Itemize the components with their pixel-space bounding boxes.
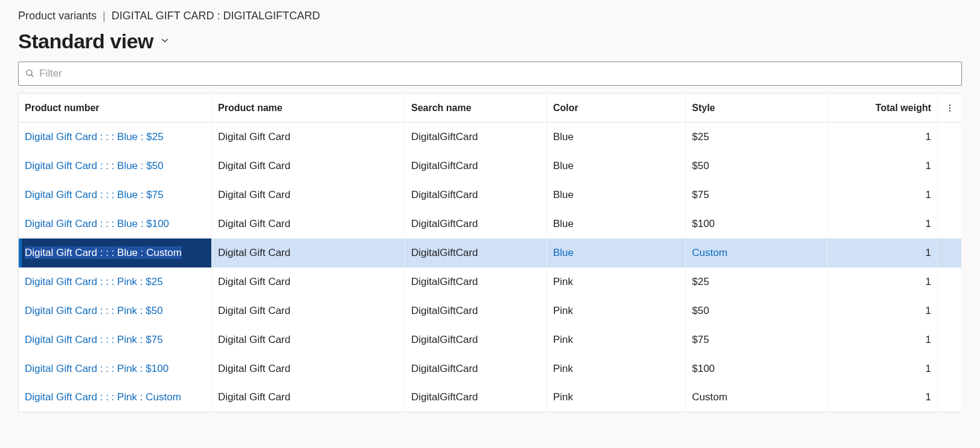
cell-color[interactable]: Pink bbox=[547, 325, 686, 354]
cell-product-name[interactable]: Digital Gift Card bbox=[212, 123, 405, 152]
cell-style[interactable]: $75 bbox=[686, 181, 828, 210]
table-row[interactable]: Digital Gift Card : : : Blue : CustomDig… bbox=[19, 238, 962, 267]
cell-total-weight[interactable]: 1 bbox=[828, 296, 938, 325]
cell-product-number[interactable]: Digital Gift Card : : : Blue : $25 bbox=[19, 123, 212, 152]
product-number-link[interactable]: Digital Gift Card : : : Blue : $25 bbox=[25, 131, 164, 142]
cell-style[interactable]: $100 bbox=[686, 210, 828, 238]
column-header-more[interactable] bbox=[938, 94, 962, 123]
cell-style[interactable]: $25 bbox=[686, 123, 828, 152]
table-row[interactable]: Digital Gift Card : : : Pink : CustomDig… bbox=[19, 383, 962, 412]
product-number-link[interactable]: Digital Gift Card : : : Blue : $100 bbox=[25, 218, 169, 229]
cell-total-weight[interactable]: 1 bbox=[828, 354, 938, 383]
table-row[interactable]: Digital Gift Card : : : Pink : $50Digita… bbox=[19, 296, 962, 325]
table-row[interactable]: Digital Gift Card : : : Pink : $25Digita… bbox=[19, 267, 962, 296]
cell-search-name[interactable]: DigitalGiftCard bbox=[405, 123, 547, 152]
cell-color[interactable]: Blue bbox=[547, 238, 686, 267]
cell-total-weight[interactable]: 1 bbox=[828, 238, 938, 267]
product-number-link[interactable]: Digital Gift Card : : : Pink : $100 bbox=[25, 363, 168, 374]
cell-product-number[interactable]: Digital Gift Card : : : Pink : Custom bbox=[19, 383, 212, 412]
cell-product-number[interactable]: Digital Gift Card : : : Blue : $75 bbox=[19, 181, 212, 210]
cell-product-number[interactable]: Digital Gift Card : : : Pink : $50 bbox=[19, 296, 212, 325]
breadcrumb-detail: DIGITAL GIFT CARD : DIGITALGIFTCARD bbox=[112, 10, 320, 22]
product-number-link[interactable]: Digital Gift Card : : : Pink : $75 bbox=[25, 334, 163, 345]
product-number-link[interactable]: Digital Gift Card : : : Pink : $50 bbox=[25, 305, 163, 316]
table-row[interactable]: Digital Gift Card : : : Blue : $100Digit… bbox=[19, 210, 962, 238]
cell-product-number[interactable]: Digital Gift Card : : : Blue : Custom bbox=[19, 238, 212, 267]
cell-product-number[interactable]: Digital Gift Card : : : Blue : $50 bbox=[19, 152, 212, 181]
cell-color[interactable]: Pink bbox=[547, 383, 686, 412]
chevron-down-icon[interactable] bbox=[159, 35, 170, 48]
cell-style[interactable]: $75 bbox=[686, 325, 828, 354]
cell-color[interactable]: Blue bbox=[547, 181, 686, 210]
cell-product-name[interactable]: Digital Gift Card bbox=[212, 383, 405, 412]
column-header-search-name[interactable]: Search name bbox=[405, 94, 547, 123]
cell-total-weight[interactable]: 1 bbox=[828, 181, 938, 210]
cell-search-name[interactable]: DigitalGiftCard bbox=[405, 267, 547, 296]
cell-color[interactable]: Blue bbox=[547, 210, 686, 238]
column-header-style[interactable]: Style bbox=[686, 94, 828, 123]
cell-search-name[interactable]: DigitalGiftCard bbox=[405, 238, 547, 267]
cell-search-name[interactable]: DigitalGiftCard bbox=[405, 210, 547, 238]
cell-total-weight[interactable]: 1 bbox=[828, 383, 938, 412]
product-number-link[interactable]: Digital Gift Card : : : Blue : $75 bbox=[25, 189, 164, 200]
breadcrumb: Product variants | DIGITAL GIFT CARD : D… bbox=[18, 10, 962, 22]
cell-total-weight[interactable]: 1 bbox=[828, 267, 938, 296]
breadcrumb-section[interactable]: Product variants bbox=[18, 10, 97, 22]
cell-search-name[interactable]: DigitalGiftCard bbox=[405, 296, 547, 325]
cell-style[interactable]: Custom bbox=[686, 383, 828, 412]
variants-table: Product number Product name Search name … bbox=[18, 93, 962, 412]
cell-total-weight[interactable]: 1 bbox=[828, 325, 938, 354]
cell-more bbox=[938, 152, 962, 181]
cell-total-weight[interactable]: 1 bbox=[828, 152, 938, 181]
product-number-link[interactable]: Digital Gift Card : : : Pink : $25 bbox=[25, 276, 163, 287]
cell-product-number[interactable]: Digital Gift Card : : : Pink : $25 bbox=[19, 267, 212, 296]
cell-style[interactable]: $50 bbox=[686, 152, 828, 181]
cell-style[interactable]: $100 bbox=[686, 354, 828, 383]
cell-product-name[interactable]: Digital Gift Card bbox=[212, 210, 405, 238]
product-number-link[interactable]: Digital Gift Card : : : Blue : Custom bbox=[25, 246, 182, 259]
cell-style[interactable]: $25 bbox=[686, 267, 828, 296]
cell-search-name[interactable]: DigitalGiftCard bbox=[405, 383, 547, 412]
cell-color[interactable]: Pink bbox=[547, 267, 686, 296]
table-header-row: Product number Product name Search name … bbox=[19, 94, 962, 123]
filter-box[interactable] bbox=[18, 62, 962, 86]
table-row[interactable]: Digital Gift Card : : : Blue : $25Digita… bbox=[19, 123, 962, 152]
table-row[interactable]: Digital Gift Card : : : Blue : $75Digita… bbox=[19, 181, 962, 210]
cell-color[interactable]: Blue bbox=[547, 123, 686, 152]
cell-product-name[interactable]: Digital Gift Card bbox=[212, 181, 405, 210]
cell-search-name[interactable]: DigitalGiftCard bbox=[405, 354, 547, 383]
product-number-link[interactable]: Digital Gift Card : : : Pink : Custom bbox=[25, 391, 181, 403]
cell-product-number[interactable]: Digital Gift Card : : : Pink : $100 bbox=[19, 354, 212, 383]
cell-product-name[interactable]: Digital Gift Card bbox=[212, 152, 405, 181]
cell-product-name[interactable]: Digital Gift Card bbox=[212, 354, 405, 383]
column-header-product-number[interactable]: Product number bbox=[19, 94, 212, 123]
cell-product-name[interactable]: Digital Gift Card bbox=[212, 296, 405, 325]
cell-color[interactable]: Pink bbox=[547, 354, 686, 383]
page-title-row[interactable]: Standard view bbox=[18, 30, 962, 53]
cell-product-number[interactable]: Digital Gift Card : : : Blue : $100 bbox=[19, 210, 212, 238]
cell-product-number[interactable]: Digital Gift Card : : : Pink : $75 bbox=[19, 325, 212, 354]
column-header-product-name[interactable]: Product name bbox=[212, 94, 405, 123]
cell-product-name[interactable]: Digital Gift Card bbox=[212, 238, 405, 267]
cell-product-name[interactable]: Digital Gift Card bbox=[212, 267, 405, 296]
cell-color[interactable]: Blue bbox=[547, 152, 686, 181]
product-number-link[interactable]: Digital Gift Card : : : Blue : $50 bbox=[25, 160, 164, 171]
table-row[interactable]: Digital Gift Card : : : Blue : $50Digita… bbox=[19, 152, 962, 181]
filter-input[interactable] bbox=[39, 68, 955, 80]
page-title: Standard view bbox=[18, 30, 153, 53]
cell-style[interactable]: Custom bbox=[686, 238, 828, 267]
cell-search-name[interactable]: DigitalGiftCard bbox=[405, 152, 547, 181]
svg-point-0 bbox=[27, 69, 32, 75]
more-vertical-icon bbox=[944, 94, 955, 122]
cell-total-weight[interactable]: 1 bbox=[828, 210, 938, 238]
cell-total-weight[interactable]: 1 bbox=[828, 123, 938, 152]
cell-color[interactable]: Pink bbox=[547, 296, 686, 325]
cell-search-name[interactable]: DigitalGiftCard bbox=[405, 325, 547, 354]
table-row[interactable]: Digital Gift Card : : : Pink : $75Digita… bbox=[19, 325, 962, 354]
column-header-color[interactable]: Color bbox=[547, 94, 686, 123]
column-header-total-weight[interactable]: Total weight bbox=[828, 94, 938, 123]
cell-search-name[interactable]: DigitalGiftCard bbox=[405, 181, 547, 210]
table-row[interactable]: Digital Gift Card : : : Pink : $100Digit… bbox=[19, 354, 962, 383]
cell-product-name[interactable]: Digital Gift Card bbox=[212, 325, 405, 354]
cell-style[interactable]: $50 bbox=[686, 296, 828, 325]
